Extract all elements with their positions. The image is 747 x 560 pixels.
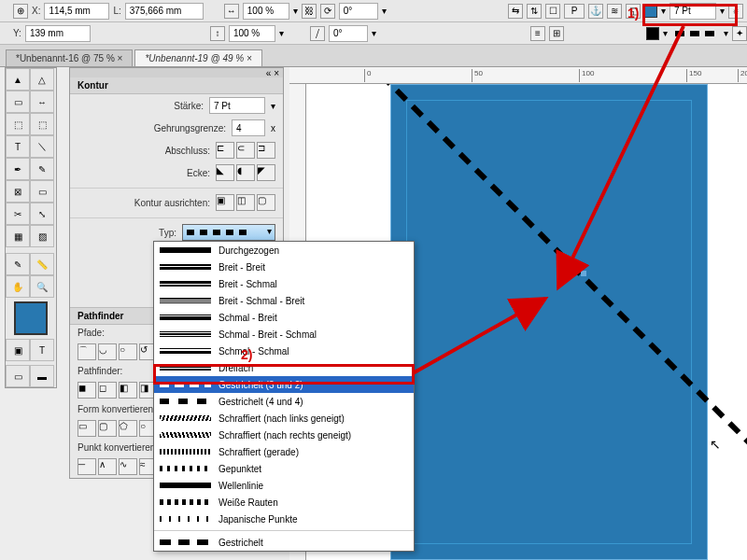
stroke-type-option[interactable]: Weiße Rauten (154, 494, 414, 511)
rotate-icon: ⟳ (320, 4, 335, 19)
stroke-type-option[interactable]: Breit - Schmal (154, 275, 414, 292)
y-label: Y: (13, 28, 21, 38)
normal-view-icon[interactable]: ▭ (6, 365, 30, 387)
cap-round-icon[interactable]: ⊂ (236, 142, 255, 159)
gap-tool[interactable]: ↔ (30, 91, 54, 113)
stroke-swatch-icon[interactable] (646, 27, 659, 40)
stroke-type-option[interactable]: Gestrichelt (4 und 4) (154, 393, 414, 410)
rect-tool[interactable]: ▭ (30, 180, 54, 203)
convert-bevel-icon[interactable]: ⬠ (119, 420, 137, 437)
stroke-type-option[interactable]: Schmal - Schmal (154, 343, 414, 359)
callout-label-1: 1) (627, 6, 639, 21)
zoom-tool[interactable]: 🔍 (30, 275, 54, 298)
quick-apply-icon[interactable]: ✦ (732, 26, 747, 41)
align-center-icon[interactable]: ▣ (216, 194, 234, 211)
content-collector-tool[interactable]: ⬚ (6, 113, 30, 135)
pen-tool[interactable]: ✒ (6, 158, 30, 180)
frame-tool[interactable]: ⊠ (6, 180, 30, 203)
select-container-icon[interactable]: ☐ (545, 4, 560, 19)
convert-roundrect-icon[interactable]: ▢ (98, 420, 117, 437)
content-placer-tool[interactable]: ⬚ (30, 113, 54, 135)
gradient-tool[interactable]: ▦ (6, 225, 30, 247)
close-icon[interactable]: × (118, 53, 123, 63)
x-input[interactable] (44, 3, 109, 20)
flip-h-icon[interactable]: ⇆ (508, 4, 523, 19)
join-round-icon[interactable]: ◖ (236, 164, 255, 181)
preview-icon[interactable]: ▬ (30, 365, 54, 387)
miter-limit-field[interactable] (232, 119, 265, 136)
stroke-type-option[interactable]: Schraffiert (gerade) (154, 443, 414, 460)
callout-highlight-1 (642, 4, 738, 26)
page-rectangle[interactable] (390, 84, 708, 560)
stroke-type-option[interactable]: Durchgezogen (154, 242, 414, 259)
scale-h-input[interactable] (243, 3, 289, 20)
close-path-icon[interactable]: ○ (119, 343, 137, 360)
gradient-feather-tool[interactable]: ▨ (30, 225, 54, 247)
margin-guides (406, 100, 692, 544)
cap-butt-icon[interactable]: ⊏ (216, 142, 234, 159)
tab-doc-16[interactable]: *Unbenannt-16 @ 75 % × (6, 49, 133, 66)
stroke-type-option[interactable]: Breit - Schmal - Breit (154, 292, 414, 309)
stroke-type-option[interactable]: Gestrichelt (154, 534, 414, 551)
textwrap-icon[interactable]: ≋ (607, 4, 622, 19)
join-path-icon[interactable]: ⌒ (78, 343, 96, 360)
join-miter-icon[interactable]: ◣ (216, 164, 234, 181)
apply-color-icon[interactable]: ▣ (6, 339, 30, 361)
scissors-tool[interactable]: ✂ (6, 203, 30, 225)
selection-tool[interactable]: ▲ (6, 68, 30, 91)
measure-tool[interactable]: 📏 (30, 253, 54, 275)
close-icon[interactable]: × (247, 53, 252, 63)
align-inside-icon[interactable]: ◫ (236, 194, 255, 211)
document-tabs: *Unbenannt-16 @ 75 % × *Unbenannt-19 @ 4… (0, 45, 747, 67)
char-format-icon[interactable]: P (564, 4, 585, 19)
stroke-type-option[interactable]: Schmal - Breit - Schmal (154, 326, 414, 343)
eyedropper-tool[interactable]: ✎ (6, 253, 30, 275)
scale-v-input[interactable] (229, 25, 275, 42)
l-label: L: (113, 6, 120, 16)
l-input[interactable] (125, 3, 204, 20)
line-tool[interactable]: ＼ (30, 135, 54, 158)
stroke-weight-field[interactable] (209, 97, 265, 114)
callout-label-2: 2) (241, 347, 252, 362)
stroke-type-option[interactable]: Japanische Punkte (154, 511, 414, 527)
flip-v-icon[interactable]: ⇅ (527, 4, 542, 19)
scale-h-icon: ↔ (224, 4, 239, 19)
stroke-type-option[interactable]: Schmal - Breit (154, 309, 414, 326)
point-plain-icon[interactable]: ─ (78, 458, 96, 475)
pencil-tool[interactable]: ✎ (30, 158, 54, 180)
intersect-icon[interactable]: ◧ (119, 382, 137, 399)
open-path-icon[interactable]: ◡ (98, 343, 117, 360)
page-tool[interactable]: ▭ (6, 91, 30, 113)
unite-icon[interactable]: ◼ (78, 382, 96, 399)
link-icon[interactable]: ⛓ (302, 4, 317, 19)
fill-color[interactable] (14, 301, 48, 335)
hand-tool[interactable]: ✋ (6, 275, 30, 298)
anchor-obj-icon[interactable]: ⚓ (588, 4, 603, 19)
stroke-type-option[interactable]: Wellenlinie (154, 477, 414, 494)
type-tool[interactable]: T (6, 135, 30, 158)
kontur-panel-title[interactable]: Kontur (70, 77, 283, 94)
convert-rect-icon[interactable]: ▭ (78, 420, 96, 437)
stroke-type-option[interactable]: Schraffiert (nach links geneigt) (154, 410, 414, 427)
tab-doc-19[interactable]: *Unbenannt-19 @ 49 % × (134, 49, 261, 66)
cap-project-icon[interactable]: ⊐ (257, 142, 275, 159)
stroke-type-option[interactable]: Breit - Breit (154, 259, 414, 275)
point-smooth-icon[interactable]: ∿ (119, 458, 137, 475)
stroke-type-option[interactable]: Schraffiert (nach rechts geneigt) (154, 427, 414, 443)
distribute-icon[interactable]: ⊞ (549, 26, 564, 41)
subtract-icon[interactable]: ◻ (98, 382, 117, 399)
direct-select-tool[interactable]: △ (30, 68, 54, 91)
skew-input[interactable] (329, 25, 368, 42)
align-icon[interactable]: ≡ (530, 26, 545, 41)
apply-text-icon[interactable]: T (30, 339, 54, 361)
y-input[interactable] (25, 25, 91, 42)
point-corner-icon[interactable]: ∧ (98, 458, 117, 475)
stroke-type-option[interactable]: Gepunktet (154, 460, 414, 477)
transform-tool[interactable]: ⤡ (30, 203, 54, 225)
align-outside-icon[interactable]: ▢ (257, 194, 275, 211)
rotate-input[interactable] (339, 3, 378, 20)
join-bevel-icon[interactable]: ◤ (257, 164, 275, 181)
stroke-style-preview[interactable] (675, 31, 716, 36)
anchor-icon[interactable]: ⊕ (13, 4, 28, 19)
stroke-type-dropdown[interactable] (182, 224, 275, 241)
